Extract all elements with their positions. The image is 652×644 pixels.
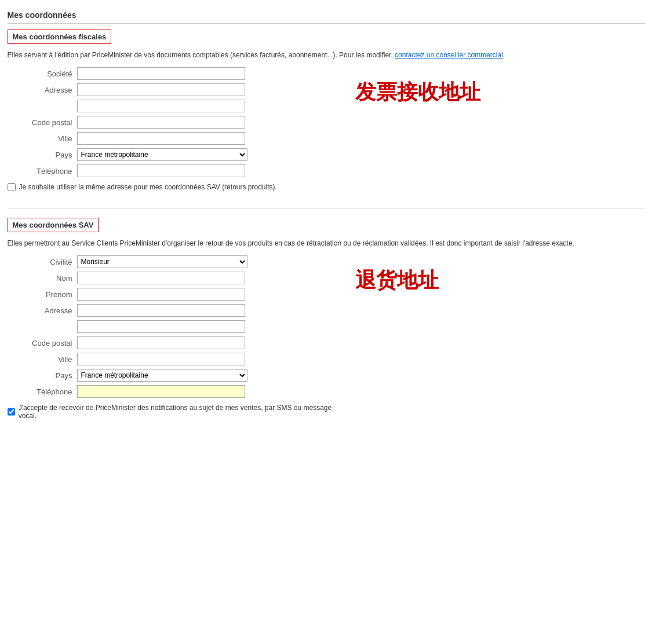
sav-form-fields: Civilité Monsieur Madame Mademoiselle No… bbox=[8, 255, 332, 426]
telephone-row: Téléphone bbox=[8, 164, 332, 177]
sms-row: J'accepte de recevoir de PriceMinister d… bbox=[8, 404, 332, 420]
sav-adresse2-input[interactable] bbox=[77, 320, 245, 333]
pays-select[interactable]: France métropolitaine Allemagne Belgique… bbox=[77, 148, 247, 161]
same-address-label: Je souhaite utiliser la même adresse pou… bbox=[19, 183, 277, 191]
sav-code-postal-row: Code postal bbox=[8, 336, 332, 349]
contact-link[interactable]: contactez un conseiller commercial bbox=[395, 51, 503, 59]
telephone-label: Téléphone bbox=[8, 167, 77, 175]
societe-label: Société bbox=[8, 69, 77, 78]
prenom-label: Prénom bbox=[8, 290, 77, 299]
ville-row: Ville bbox=[8, 132, 332, 145]
sav-adresse2-row bbox=[8, 320, 332, 333]
telephone-input[interactable] bbox=[77, 164, 245, 177]
prenom-input[interactable] bbox=[77, 288, 245, 301]
fiscal-annotation: 发票接收地址 bbox=[332, 79, 645, 106]
fiscal-description: Elles servent à l'édition par PriceMinis… bbox=[8, 50, 645, 60]
sav-telephone-label: Téléphone bbox=[8, 387, 77, 396]
adresse2-row bbox=[8, 100, 332, 112]
sav-pays-row: Pays France métropolitaine Allemagne Bel… bbox=[8, 369, 332, 382]
sms-checkbox[interactable] bbox=[8, 408, 15, 416]
ville-label: Ville bbox=[8, 134, 77, 143]
sav-telephone-row: Téléphone bbox=[8, 385, 332, 398]
sav-ville-input[interactable] bbox=[77, 353, 245, 365]
code-postal-label: Code postal bbox=[8, 118, 77, 127]
fiscal-section-title: Mes coordonnées fiscales bbox=[8, 30, 112, 44]
nom-row: Nom bbox=[8, 272, 332, 284]
sav-pays-select[interactable]: France métropolitaine Allemagne Belgique… bbox=[77, 369, 247, 382]
sav-ville-row: Ville bbox=[8, 353, 332, 365]
adresse2-input[interactable] bbox=[77, 100, 245, 112]
adresse-input[interactable] bbox=[77, 83, 245, 96]
societe-row: Société bbox=[8, 67, 332, 80]
code-postal-input[interactable] bbox=[77, 116, 245, 129]
nom-label: Nom bbox=[8, 274, 77, 283]
same-address-checkbox[interactable] bbox=[8, 183, 16, 191]
sms-label: J'accepte de recevoir de PriceMinister d… bbox=[19, 404, 332, 420]
adresse-row: Adresse bbox=[8, 83, 332, 96]
sav-adresse-row: Adresse bbox=[8, 304, 332, 317]
sav-pays-label: Pays bbox=[8, 371, 77, 380]
pays-label: Pays bbox=[8, 151, 77, 159]
civilite-row: Civilité Monsieur Madame Mademoiselle bbox=[8, 255, 332, 268]
sav-section-title: Mes coordonnées SAV bbox=[8, 218, 99, 232]
code-postal-row: Code postal bbox=[8, 116, 332, 129]
sav-code-postal-label: Code postal bbox=[8, 339, 77, 347]
fiscal-section: Mes coordonnées fiscales Elles servent à… bbox=[8, 30, 645, 197]
adresse-label: Adresse bbox=[8, 86, 77, 94]
sav-code-postal-input[interactable] bbox=[77, 336, 245, 349]
sav-section: Mes coordonnées SAV Elles permettront au… bbox=[8, 218, 645, 426]
sav-form-area: Civilité Monsieur Madame Mademoiselle No… bbox=[8, 255, 645, 426]
page-title: Mes coordonnées bbox=[8, 6, 645, 24]
nom-input[interactable] bbox=[77, 272, 245, 284]
societe-input[interactable] bbox=[77, 67, 245, 80]
fiscal-form-area: Société Adresse Code postal Ville bbox=[8, 67, 645, 197]
sav-description: Elles permettront au Service Clients Pri… bbox=[8, 238, 645, 248]
section-divider bbox=[8, 208, 645, 209]
sav-adresse-label: Adresse bbox=[8, 306, 77, 315]
civilite-label: Civilité bbox=[8, 258, 77, 266]
prenom-row: Prénom bbox=[8, 288, 332, 301]
sav-ville-label: Ville bbox=[8, 355, 77, 364]
sav-telephone-input[interactable] bbox=[77, 385, 245, 398]
same-address-row: Je souhaite utiliser la même adresse pou… bbox=[8, 183, 332, 191]
sav-adresse-input[interactable] bbox=[77, 304, 245, 317]
ville-input[interactable] bbox=[77, 132, 245, 145]
sav-annotation: 退货地址 bbox=[332, 267, 645, 294]
civilite-select[interactable]: Monsieur Madame Mademoiselle bbox=[77, 255, 247, 268]
fiscal-form-fields: Société Adresse Code postal Ville bbox=[8, 67, 332, 197]
page-container: Mes coordonnées Mes coordonnées fiscales… bbox=[8, 6, 645, 426]
pays-row: Pays France métropolitaine Allemagne Bel… bbox=[8, 148, 332, 161]
